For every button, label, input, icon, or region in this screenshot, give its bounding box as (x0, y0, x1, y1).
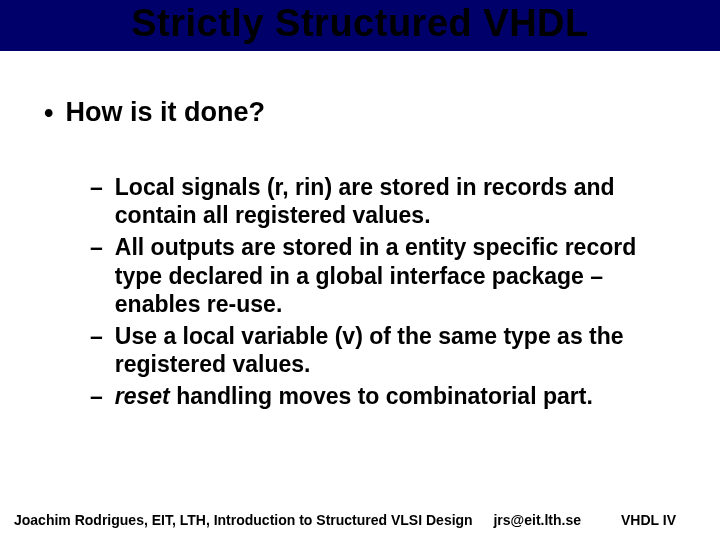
sub-bullet-text: All outputs are stored in a entity speci… (115, 233, 676, 317)
slide-title: Strictly Structured VHDL (0, 2, 720, 45)
italic-word: reset (115, 383, 170, 409)
sub-bullet-text: reset handling moves to combinatorial pa… (115, 382, 676, 410)
slide: Strictly Structured VHDL • How is it don… (0, 0, 720, 540)
dash-icon: – (90, 322, 103, 350)
bullet-dot-icon: • (44, 97, 53, 129)
dash-icon: – (90, 173, 103, 201)
list-item: – Use a local variable (v) of the same t… (90, 322, 676, 378)
sub-bullet-text: Use a local variable (v) of the same typ… (115, 322, 676, 378)
list-item: – reset handling moves to combinatorial … (90, 382, 676, 410)
list-item: – Local signals (r, rin) are stored in r… (90, 173, 676, 229)
content-area: • How is it done? – Local signals (r, ri… (0, 51, 720, 540)
title-band: Strictly Structured VHDL (0, 0, 720, 51)
main-bullet-text: How is it done? (65, 97, 265, 128)
footer-left: Joachim Rodrigues, EIT, LTH, Introductio… (14, 512, 483, 528)
dash-icon: – (90, 382, 103, 410)
footer-right: VHDL IV (621, 512, 706, 528)
footer: Joachim Rodrigues, EIT, LTH, Introductio… (0, 512, 720, 528)
sub-bullet-rest: handling moves to combinatorial part. (170, 383, 593, 409)
footer-center: jrs@eit.lth.se (483, 512, 621, 528)
sub-bullet-list: – Local signals (r, rin) are stored in r… (44, 173, 676, 409)
sub-bullet-text: Local signals (r, rin) are stored in rec… (115, 173, 676, 229)
dash-icon: – (90, 233, 103, 261)
list-item: – All outputs are stored in a entity spe… (90, 233, 676, 317)
main-bullet: • How is it done? (44, 97, 676, 129)
